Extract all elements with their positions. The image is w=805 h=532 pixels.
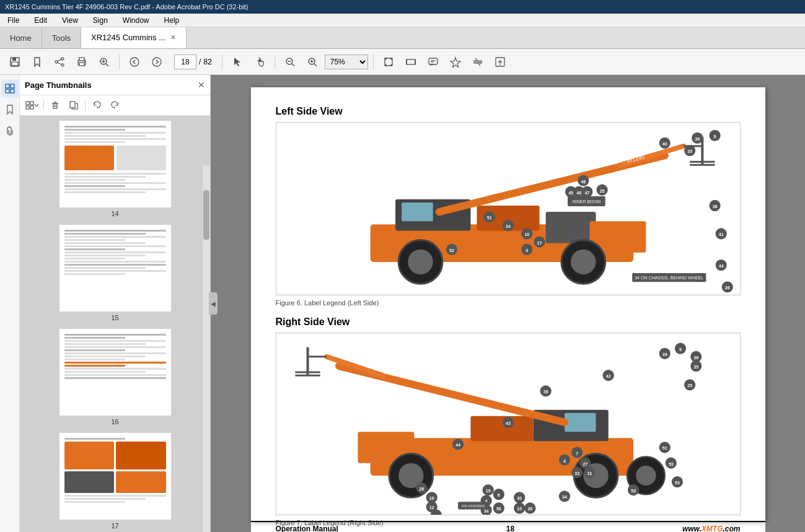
tab-close-button[interactable]: ✕ xyxy=(170,33,176,41)
prev-page-button[interactable] xyxy=(125,52,144,72)
enhance-button[interactable] xyxy=(94,52,114,72)
thumbnail-img-15 xyxy=(59,225,171,312)
svg-text:44: 44 xyxy=(455,443,460,447)
panel-close-button[interactable]: ✕ xyxy=(198,80,205,90)
thumbnail-17[interactable]: 17 xyxy=(25,433,205,530)
svg-line-24 xyxy=(314,64,317,66)
svg-text:52: 52 xyxy=(449,248,454,253)
hand-tool-button[interactable] xyxy=(250,52,270,72)
menu-bar: File Edit View Sign Window Help xyxy=(0,14,805,27)
svg-text:33: 33 xyxy=(574,471,579,476)
thumbnail-14[interactable]: 14 xyxy=(25,121,205,217)
thumbnail-16[interactable]: 16 xyxy=(25,329,205,425)
thumbnail-img-16 xyxy=(59,329,171,416)
svg-rect-2 xyxy=(12,62,18,66)
menu-sign[interactable]: Sign xyxy=(90,15,110,26)
panel-delete-button[interactable] xyxy=(46,98,64,113)
svg-rect-49 xyxy=(53,103,57,108)
export-button[interactable] xyxy=(490,52,510,72)
svg-line-37 xyxy=(478,64,480,66)
svg-rect-42 xyxy=(6,89,9,93)
svg-text:46: 46 xyxy=(576,191,581,195)
tab-document[interactable]: XR1245 Cummins ... ✕ xyxy=(81,27,187,48)
svg-text:34: 34 xyxy=(562,495,567,499)
svg-point-18 xyxy=(152,58,161,66)
zoom-out-button[interactable] xyxy=(280,52,300,72)
collapse-sidebar-button[interactable]: ◀ xyxy=(209,292,218,315)
svg-point-12 xyxy=(84,61,86,62)
svg-point-4 xyxy=(61,58,64,60)
highlight-button[interactable] xyxy=(446,52,465,72)
thumbnail-15[interactable]: 15 xyxy=(25,225,205,321)
svg-text:45: 45 xyxy=(568,191,573,195)
attachments-icon[interactable] xyxy=(1,122,19,139)
panel-view-options-button[interactable] xyxy=(24,98,41,113)
svg-marker-19 xyxy=(234,58,240,66)
svg-text:44: 44 xyxy=(718,264,723,268)
sidebar-scrollbar[interactable] xyxy=(203,165,210,532)
page-separator: / xyxy=(199,58,201,66)
redact-button[interactable] xyxy=(468,52,488,72)
svg-rect-10 xyxy=(79,58,84,61)
zoom-select[interactable]: 75% 50% 100% 125% 150% xyxy=(325,55,368,69)
svg-text:34 ON CHASSIS, BEHIND WHEEL: 34 ON CHASSIS, BEHIND WHEEL xyxy=(635,276,703,280)
svg-text:42: 42 xyxy=(605,374,610,378)
panel-toolbar xyxy=(20,95,210,116)
svg-rect-48 xyxy=(30,106,33,109)
svg-text:56: 56 xyxy=(496,507,501,511)
save-button[interactable] xyxy=(5,52,25,72)
svg-text:12: 12 xyxy=(429,505,434,510)
share-button[interactable] xyxy=(50,52,69,72)
tab-home[interactable]: Home xyxy=(0,27,42,48)
svg-point-6 xyxy=(61,64,64,66)
bookmarks-icon[interactable] xyxy=(1,101,19,118)
menu-edit[interactable]: Edit xyxy=(32,15,50,26)
panel-extract-button[interactable] xyxy=(65,98,82,113)
svg-text:38: 38 xyxy=(712,204,717,209)
print-button[interactable] xyxy=(72,52,92,72)
zoom-in-button[interactable] xyxy=(302,52,322,72)
svg-marker-34 xyxy=(451,58,460,68)
tab-tools[interactable]: Tools xyxy=(42,27,81,48)
panel-header: Page Thumbnails ✕ xyxy=(20,75,210,95)
tab-bar: Home Tools XR1245 Cummins ... ✕ xyxy=(0,27,805,49)
svg-text:48: 48 xyxy=(581,180,586,184)
svg-text:26: 26 xyxy=(724,286,729,290)
svg-line-36 xyxy=(475,58,477,60)
left-side-caption: Figure 6. Label Legend (Left Side) xyxy=(276,299,741,307)
svg-text:17: 17 xyxy=(537,241,542,245)
sidebar-icons xyxy=(0,75,20,532)
thumbnails-icon[interactable] xyxy=(1,80,19,97)
svg-text:34: 34 xyxy=(483,509,488,513)
thumbnail-15-label: 15 xyxy=(111,314,118,321)
pdf-area[interactable]: Left Side View xyxy=(211,75,805,532)
svg-rect-11 xyxy=(79,63,84,66)
thumbnails-container[interactable]: 14 xyxy=(20,116,210,532)
svg-text:26: 26 xyxy=(419,487,424,491)
thumbnail-17-label: 17 xyxy=(111,522,118,530)
svg-text:10: 10 xyxy=(524,232,529,237)
panel-undo-button[interactable] xyxy=(88,98,105,113)
svg-marker-44 xyxy=(7,105,12,114)
svg-text:40: 40 xyxy=(662,142,667,146)
next-page-button[interactable] xyxy=(147,52,167,72)
sidebar-scrollbar-thumb[interactable] xyxy=(203,190,209,240)
page-total: 82 xyxy=(203,58,211,66)
fit-page-button[interactable] xyxy=(379,52,398,72)
svg-rect-69 xyxy=(545,212,596,243)
svg-rect-53 xyxy=(70,102,75,108)
svg-point-78 xyxy=(408,250,433,274)
fit-width-button[interactable] xyxy=(401,52,421,72)
cursor-tool-button[interactable] xyxy=(227,52,247,72)
menu-window[interactable]: Window xyxy=(120,15,152,26)
panel-redo-button[interactable] xyxy=(107,98,124,113)
menu-help[interactable]: Help xyxy=(162,15,182,26)
menu-file[interactable]: File xyxy=(5,15,22,26)
bookmark-button[interactable] xyxy=(27,52,47,72)
svg-text:4: 4 xyxy=(563,459,566,463)
menu-view[interactable]: View xyxy=(59,15,81,26)
svg-marker-3 xyxy=(35,58,40,66)
comment-button[interactable] xyxy=(423,52,443,72)
svg-point-148 xyxy=(636,466,656,486)
page-number-input[interactable] xyxy=(174,55,196,69)
